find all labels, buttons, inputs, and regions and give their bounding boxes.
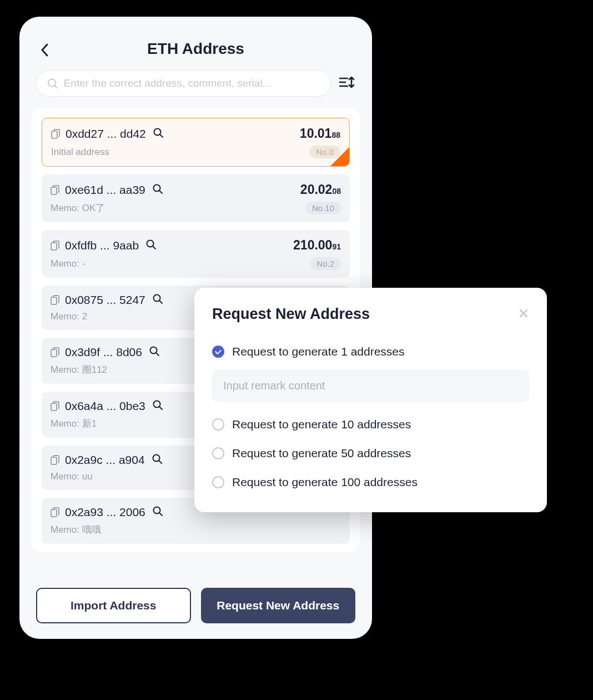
- address-card[interactable]: 0xe61d ... aa3920.0208Memo: OK了No.10: [42, 174, 350, 222]
- chevron-left-icon: [41, 43, 48, 57]
- address-card-bottom-row: Initial addressNo.0: [51, 146, 340, 158]
- request-new-address-button[interactable]: Request New Address: [201, 588, 356, 623]
- copy-icon[interactable]: [51, 129, 60, 139]
- radio-option[interactable]: Request to generate 10 addresses: [212, 410, 529, 439]
- copy-icon[interactable]: [51, 347, 59, 357]
- sort-button[interactable]: [339, 75, 355, 92]
- memo-text: Memo: 圈112: [51, 363, 107, 376]
- address-card-top-row: 0xe61d ... aa3920.0208: [51, 182, 341, 197]
- serial-badge: No.10: [305, 202, 341, 214]
- address-text: 0xfdfb ... 9aab: [65, 239, 139, 252]
- magnifier-icon[interactable]: [152, 399, 163, 413]
- selected-corner-marker: [330, 147, 349, 166]
- address-card[interactable]: 0xdd27 ... dd4210.0188Initial addressNo.…: [42, 118, 350, 167]
- search-box[interactable]: [36, 70, 331, 97]
- memo-text: Memo: 2: [51, 311, 87, 322]
- page-title: ETH Address: [36, 40, 355, 58]
- memo-text: Initial address: [51, 147, 109, 158]
- svg-rect-20: [51, 403, 57, 411]
- back-button[interactable]: [41, 43, 48, 59]
- copy-icon[interactable]: [51, 241, 59, 251]
- modal-close-button[interactable]: [518, 308, 529, 321]
- search-icon: [47, 77, 58, 89]
- magnifier-icon[interactable]: [152, 183, 163, 197]
- magnifier-icon[interactable]: [152, 506, 163, 519]
- radio-label: Request to generate 50 addresses: [232, 447, 411, 460]
- radio-unchecked-icon: [212, 447, 224, 459]
- modal-title: Request New Address: [212, 306, 370, 323]
- copy-icon[interactable]: [51, 455, 59, 465]
- svg-rect-5: [52, 131, 57, 138]
- bottom-button-row: Import Address Request New Address: [36, 588, 355, 623]
- svg-rect-11: [51, 243, 57, 250]
- magnifier-icon[interactable]: [149, 346, 160, 359]
- copy-icon[interactable]: [51, 401, 59, 411]
- remark-input[interactable]: [212, 369, 529, 402]
- radio-label: Request to generate 10 addresses: [232, 418, 411, 431]
- address-text: 0x3d9f ... 8d06: [65, 346, 142, 359]
- sort-icon: [339, 75, 355, 89]
- close-icon: [518, 308, 529, 319]
- svg-line-19: [156, 353, 159, 356]
- address-text: 0xdd27 ... dd42: [66, 127, 146, 141]
- memo-text: Memo: OK了: [51, 202, 105, 214]
- radio-option[interactable]: Request to generate 50 addresses: [212, 439, 529, 468]
- search-row: [19, 70, 372, 108]
- address-text: 0x2a93 ... 2006: [65, 506, 145, 519]
- svg-rect-17: [51, 349, 57, 357]
- address-text: 0xe61d ... aa39: [65, 183, 145, 197]
- magnifier-icon[interactable]: [152, 453, 163, 467]
- address-card-bottom-row: Memo: 哦哦: [51, 523, 341, 536]
- svg-line-7: [160, 134, 163, 137]
- svg-line-28: [159, 513, 162, 516]
- address-text: 0x0875 ... 5247: [65, 293, 145, 307]
- address-card-bottom-row: Memo: -No.2: [51, 257, 341, 270]
- memo-text: Memo: 哦哦: [51, 523, 101, 536]
- svg-line-22: [159, 407, 162, 409]
- radio-option[interactable]: Request to generate 1 addresses: [212, 337, 529, 366]
- memo-text: Memo: -: [51, 258, 85, 269]
- address-card[interactable]: 0xfdfb ... 9aab210.0091Memo: -No.2: [42, 230, 350, 278]
- balance-value: 10.0188: [300, 126, 340, 141]
- magnifier-icon[interactable]: [145, 239, 157, 252]
- copy-icon[interactable]: [51, 295, 59, 305]
- modal-options-list: Request to generate 1 addressesRequest t…: [212, 337, 529, 497]
- svg-line-13: [153, 246, 155, 249]
- balance-value: 210.0091: [293, 238, 341, 253]
- header: ETH Address: [19, 17, 372, 70]
- radio-unchecked-icon: [212, 418, 224, 431]
- modal-header: Request New Address: [212, 306, 529, 323]
- magnifier-icon[interactable]: [152, 293, 163, 307]
- svg-line-10: [159, 191, 162, 193]
- import-address-button[interactable]: Import Address: [36, 588, 191, 623]
- svg-line-25: [159, 461, 162, 463]
- svg-line-1: [54, 86, 57, 88]
- copy-icon[interactable]: [51, 185, 59, 195]
- svg-rect-8: [51, 187, 57, 194]
- address-card-top-row: 0xfdfb ... 9aab210.0091: [51, 238, 341, 253]
- radio-checked-icon: [212, 346, 224, 358]
- svg-rect-23: [51, 457, 57, 464]
- svg-rect-26: [51, 509, 57, 517]
- magnifier-icon[interactable]: [153, 127, 164, 141]
- radio-label: Request to generate 100 addresses: [232, 476, 418, 489]
- radio-unchecked-icon: [212, 476, 224, 488]
- copy-icon[interactable]: [51, 507, 59, 517]
- svg-line-16: [159, 301, 162, 303]
- serial-badge: No.2: [310, 257, 341, 270]
- radio-option[interactable]: Request to generate 100 addresses: [212, 468, 529, 497]
- balance-value: 20.0208: [300, 182, 341, 197]
- request-address-modal: Request New Address Request to generate …: [194, 288, 547, 512]
- radio-label: Request to generate 1 addresses: [232, 345, 405, 358]
- search-input[interactable]: [64, 77, 320, 89]
- address-text: 0x2a9c ... a904: [65, 453, 145, 467]
- memo-text: Memo: 新1: [51, 417, 97, 430]
- address-text: 0x6a4a ... 0be3: [65, 399, 145, 413]
- svg-rect-14: [51, 297, 57, 304]
- address-card-top-row: 0xdd27 ... dd4210.0188: [51, 126, 340, 141]
- address-card-bottom-row: Memo: OK了No.10: [51, 202, 341, 214]
- memo-text: Memo: uu: [51, 471, 93, 482]
